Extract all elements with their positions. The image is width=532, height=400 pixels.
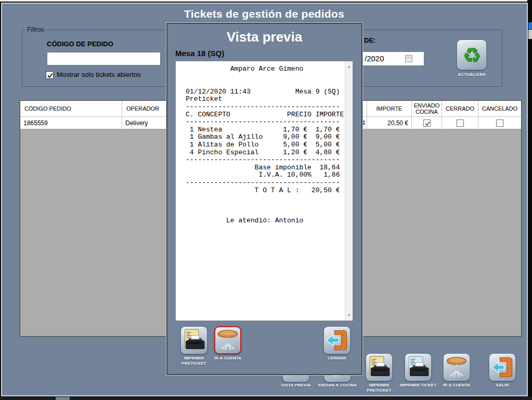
cerrado-checkbox[interactable]	[457, 119, 464, 127]
modal-imprimir-preticket-button[interactable]	[180, 326, 207, 354]
vista-previa-button-label: VISTA PREVIA	[274, 383, 318, 388]
actualizar-button-label: ACTUALIZAR	[449, 72, 494, 77]
salir-button[interactable]	[489, 353, 516, 381]
open-tickets-checkbox[interactable]	[46, 71, 54, 79]
right-edge	[528, 0, 532, 397]
receipt-content: Amparo Arce Gimeno 01/12/2020 11:43 Mesa…	[176, 61, 353, 224]
actualizar-button[interactable]: ♻	[457, 39, 487, 70]
cell-importe: 20,50 €	[367, 117, 412, 129]
imprimir-preticket-button-label: IMPRIMIR PRETICKET	[357, 383, 401, 393]
ir-a-cuenta-button-label: IR A CUENTA	[434, 383, 479, 388]
checkmark-icon	[424, 120, 431, 127]
receipt-scrollbar[interactable]: ▲ ▼	[345, 61, 353, 321]
cancelado-checkbox[interactable]	[496, 119, 503, 127]
modal-cerrar-button[interactable]	[323, 326, 351, 354]
date-label: DE:	[364, 36, 375, 44]
page-title: Tickets de gestión de pedidos	[1, 8, 527, 20]
print-preticket-icon	[183, 329, 205, 352]
exit-door-icon	[326, 329, 348, 352]
cell-cerrado	[442, 117, 478, 129]
imprimir-preticket-button[interactable]	[366, 353, 393, 381]
cell-codigo: 1865559	[20, 117, 122, 129]
right-edge-blue-fragment	[528, 22, 532, 29]
order-code-input[interactable]	[47, 52, 161, 65]
filters-groupbox-label: Filtros	[25, 26, 46, 33]
modal-cerrar-label: CERRAR	[315, 356, 359, 361]
print-ticket-icon	[407, 356, 430, 379]
cell-cancelado	[478, 117, 521, 129]
bottom-edge	[0, 397, 532, 400]
column-header-cerrado: CERRADO	[442, 101, 478, 117]
column-header-enviado-cocina: ENVIADO COCINA	[412, 101, 442, 117]
recycle-icon: ♻	[462, 45, 481, 65]
exit-door-icon	[491, 356, 514, 379]
top-edge	[0, 0, 527, 2]
calendar-dropdown-button[interactable]	[405, 54, 422, 64]
mesa-label: Mesa 18 (SQ)	[175, 49, 224, 58]
scroll-up-icon[interactable]: ▲	[345, 62, 353, 71]
receipt-preview-panel: Amparo Arce Gimeno 01/12/2020 11:43 Mesa…	[175, 61, 353, 321]
bistro-table-icon	[216, 329, 239, 352]
bottom-edge-notch	[56, 397, 70, 400]
vista-previa-dialog: Vista previa Mesa 18 (SQ) Amparo Arce Gi…	[166, 23, 362, 375]
column-header-importe: IMPORTE	[367, 101, 412, 117]
scroll-down-icon[interactable]: ▼	[345, 311, 353, 319]
checkmark-icon	[46, 72, 54, 79]
cell-enviado-cocina	[412, 117, 442, 129]
calendar-icon	[405, 55, 412, 62]
ir-a-cuenta-button[interactable]	[443, 353, 470, 381]
column-header-codigo-pedido: CÓDIGO PEDIDO	[20, 101, 122, 117]
enviar-a-cocina-button-label: ENVIAR A COCINA	[315, 383, 360, 388]
modal-ir-a-cuenta-button[interactable]	[214, 326, 241, 354]
salir-button-label: SALIR	[480, 383, 525, 388]
dialog-title: Vista previa	[167, 29, 361, 45]
screen: Tickets de gestión de pedidos Filtros CÓ…	[0, 0, 532, 400]
modal-ir-a-cuenta-label: IR A CUENTA	[205, 356, 250, 361]
right-edge-gray-fragment	[528, 30, 532, 39]
order-code-label: CÓDIGO DE PEDIDO	[47, 40, 113, 48]
enviado-cocina-checkbox[interactable]	[423, 119, 431, 127]
print-preticket-icon	[368, 356, 391, 379]
bistro-table-icon	[445, 356, 468, 379]
date-value: /2020	[365, 54, 384, 63]
open-tickets-checkbox-label: Mostrar solo tickets abiertos	[57, 71, 141, 78]
imprimir-ticket-button[interactable]	[405, 353, 432, 381]
column-header-cancelado: CANCELADO	[478, 101, 521, 117]
